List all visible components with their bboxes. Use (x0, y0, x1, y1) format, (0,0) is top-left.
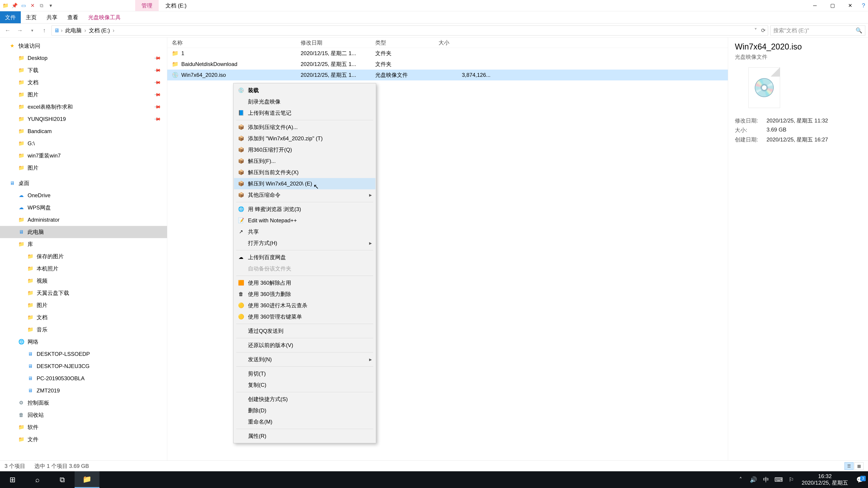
qat-delete-icon[interactable]: ✕ (29, 2, 36, 9)
ribbon-tab-view[interactable]: 查看 (62, 11, 83, 23)
view-details-button[interactable]: ☰ (844, 462, 854, 470)
tree-folder[interactable]: 📁 软件 (0, 421, 167, 433)
qat-dropdown-icon[interactable]: ▾ (47, 2, 54, 9)
file-row[interactable]: 📁BaiduNetdiskDownload 2020/12/25, 星期五 1.… (167, 59, 728, 70)
tree-item[interactable]: 📁图片 (0, 299, 167, 311)
context-menu-item[interactable]: 📦解压到 Win7x64_2020\ (E) (234, 178, 375, 189)
tree-item[interactable]: 📁库 (0, 238, 167, 250)
task-view-button[interactable]: ⧉ (50, 471, 74, 488)
context-menu-item[interactable]: 发送到(N)▸ (234, 354, 375, 365)
tree-item[interactable]: 📁G:\ (0, 137, 167, 150)
maximize-button[interactable]: ▢ (824, 0, 841, 11)
file-row[interactable]: 💿Win7x64_2020.iso 2020/12/25, 星期五 1... 光… (167, 70, 728, 80)
nav-recent-dropdown[interactable]: ▾ (27, 26, 37, 35)
context-menu-item[interactable]: 📦用360压缩打开(Q) (234, 144, 375, 156)
context-menu-item[interactable]: 通过QQ发送到 (234, 325, 375, 337)
tree-item[interactable]: 📁本机照片 (0, 263, 167, 275)
column-header-size[interactable]: 大小 (438, 39, 500, 46)
qat-open-icon[interactable]: ▭ (20, 2, 27, 9)
action-center-button[interactable]: 💬3 (852, 476, 868, 484)
column-header-type[interactable]: 类型 (375, 39, 438, 46)
refresh-icon[interactable]: ⟳ (761, 27, 766, 34)
minimize-button[interactable]: ─ (806, 0, 824, 11)
help-button[interactable]: ? (859, 0, 868, 11)
tree-desktop[interactable]: 🖥 桌面 (0, 177, 167, 189)
ribbon-tab-disc-tools[interactable]: 光盘映像工具 (83, 11, 126, 23)
context-menu-item[interactable]: 🟡使用 360管理右键菜单 (234, 311, 375, 322)
tree-item[interactable]: ☁OneDrive (0, 189, 167, 201)
tree-item[interactable]: 📁保存的图片 (0, 250, 167, 263)
tree-control-panel[interactable]: ⚙ 控制面板 (0, 397, 167, 409)
context-menu-item[interactable]: 📦添加到 "Win7x64_2020.zip" (T) (234, 133, 375, 144)
tree-item[interactable]: 📁图片 (0, 162, 167, 174)
tree-item[interactable]: 📁图片📌 (0, 89, 167, 101)
tree-item[interactable]: 📁音乐 (0, 324, 167, 336)
context-menu-item[interactable]: 打开方式(H)▸ (234, 237, 375, 249)
tree-item[interactable]: ☁WPS网盘 (0, 201, 167, 214)
tree-item[interactable]: 📁文档📌 (0, 76, 167, 89)
tray-volume-icon[interactable]: 🔊 (747, 476, 760, 483)
context-menu-item[interactable]: 属性(R) (234, 430, 375, 442)
tree-item[interactable]: 📁天翼云盘下载 (0, 287, 167, 299)
address-dropdown-icon[interactable]: ˅ (754, 27, 757, 34)
context-menu-item[interactable]: 🟧使用 360解除占用 (234, 277, 375, 289)
nav-back-button[interactable]: ← (3, 26, 13, 35)
tree-item[interactable]: 📁YUNQISHI2019📌 (0, 113, 167, 125)
qat-pin-icon[interactable]: 📌 (11, 2, 18, 9)
search-input[interactable]: 搜索"文档 (E:)" 🔍 (770, 26, 865, 35)
start-button[interactable]: ⊞ (0, 471, 25, 488)
context-menu-item[interactable]: 🟡使用 360进行木马云查杀 (234, 300, 375, 311)
tree-item[interactable]: 📁Desktop📌 (0, 52, 167, 64)
address-bar[interactable]: 🖥 › 此电脑 › 文档 (E:) › ˅ ⟳ (52, 26, 768, 35)
column-header-name[interactable]: 名称 (167, 39, 301, 46)
column-header-date[interactable]: 修改日期 (301, 39, 375, 46)
context-menu-item[interactable]: 创建快捷方式(S) (234, 394, 375, 405)
context-menu-item[interactable]: 重命名(M) (234, 416, 375, 427)
tree-item[interactable]: 🖥PC-20190530OBLA (0, 372, 167, 385)
context-menu-item[interactable]: 🌐用 蜂蜜浏览器 浏览(3) (234, 203, 375, 215)
context-menu-item[interactable]: 复制(C) (234, 379, 375, 391)
search-button[interactable]: ⌕ (25, 471, 50, 488)
taskbar-explorer[interactable]: 📁 (74, 471, 99, 488)
tree-quick-access[interactable]: ★ 快速访问 (0, 40, 167, 52)
tray-keyboard-icon[interactable]: ⌨ (772, 476, 785, 483)
tree-recycle-bin[interactable]: 🗑 回收站 (0, 409, 167, 421)
close-button[interactable]: ✕ (841, 0, 859, 11)
file-row[interactable]: 📁1 2020/12/15, 星期二 1... 文件夹 (167, 48, 728, 59)
tray-overflow-icon[interactable]: ˄ (735, 476, 747, 483)
tree-item[interactable]: 🖥DESKTOP-LSSOEDP (0, 348, 167, 360)
context-menu-item[interactable]: 📦解压到当前文件夹(X) (234, 167, 375, 178)
context-menu-item[interactable]: 📝Edit with Notepad++ (234, 215, 375, 226)
context-menu-item[interactable]: 📦解压到(F)... (234, 156, 375, 167)
tree-item[interactable]: 📁Bandicam (0, 125, 167, 137)
context-menu-item[interactable]: 💿装载 (234, 85, 375, 96)
context-menu-item[interactable]: 📘上传到有道云笔记 (234, 107, 375, 119)
tray-ime-icon[interactable]: 中 (760, 476, 772, 484)
context-menu-item[interactable]: 还原以前的版本(V) (234, 339, 375, 351)
tree-item[interactable]: 📁win7重装win7 (0, 150, 167, 162)
search-icon[interactable]: 🔍 (856, 27, 862, 34)
qat-properties-icon[interactable]: ⧉ (38, 2, 45, 9)
tree-item[interactable]: 🖥ZMT2019 (0, 385, 167, 397)
taskbar-clock[interactable]: 16:32 2020/12/25, 星期五 (798, 473, 852, 486)
tree-item[interactable]: 🖥此电脑 (0, 226, 167, 238)
ribbon-tab-file[interactable]: 文件 (0, 11, 21, 23)
tree-item[interactable]: 📁Administrator (0, 214, 167, 226)
chevron-right-icon[interactable]: › (84, 27, 86, 34)
tree-item[interactable]: 📁视频 (0, 275, 167, 287)
breadcrumb[interactable]: 文档 (E:) (88, 27, 111, 34)
tray-security-icon[interactable]: ⚐ (785, 476, 798, 483)
context-menu-item[interactable]: ↗共享 (234, 226, 375, 237)
tree-item[interactable]: 📁下载📌 (0, 64, 167, 76)
tree-item[interactable]: 📁文档 (0, 311, 167, 324)
tree-item[interactable]: 🖥DESKTOP-NJEU3CG (0, 360, 167, 372)
tree-folder[interactable]: 📁 文件 (0, 433, 167, 446)
nav-forward-button[interactable]: → (15, 26, 25, 35)
tree-item[interactable]: 📁excel表格制作求和📌 (0, 101, 167, 113)
chevron-right-icon[interactable]: › (61, 27, 63, 34)
breadcrumb[interactable]: 此电脑 (64, 27, 83, 34)
chevron-right-icon[interactable]: › (113, 27, 114, 34)
context-menu-item[interactable]: 📦添加到压缩文件(A)... (234, 122, 375, 133)
tree-network[interactable]: 🌐 网络 (0, 336, 167, 348)
context-menu-item[interactable]: 删除(D) (234, 405, 375, 416)
